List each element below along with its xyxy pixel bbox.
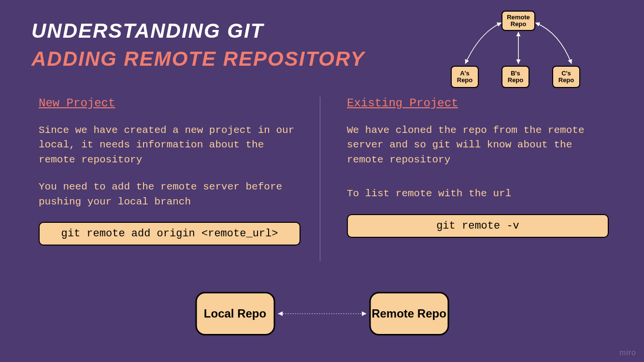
new-project-heading: New Project: [39, 97, 301, 110]
new-project-column: New Project Since we have created a new …: [39, 97, 320, 261]
repo-tree-diagram: Remote Repo A's Repo B's Repo C's Repo: [451, 11, 586, 88]
bidirectional-arrow-icon: [275, 309, 369, 319]
title-block: Understanding Git Adding Remote Reposito…: [31, 19, 365, 71]
miro-watermark: miro: [619, 348, 636, 357]
existing-project-column: Existing Project We have cloned the repo…: [320, 97, 609, 261]
git-remote-list-command: git remote -v: [347, 214, 609, 238]
bottom-repo-pair: Local Repo Remote Repo: [195, 292, 449, 335]
content-columns: New Project Since we have created a new …: [39, 97, 609, 261]
tree-b-repo: B's Repo: [501, 66, 530, 88]
page-subtitle: Adding Remote Repository: [31, 47, 365, 71]
git-remote-add-command: git remote add origin <remote_url>: [39, 222, 301, 246]
existing-project-heading: Existing Project: [347, 97, 609, 110]
tree-c-repo: C's Repo: [552, 66, 580, 88]
local-repo-box: Local Repo: [195, 292, 275, 335]
existing-project-desc-2: To list remote with the url: [347, 187, 609, 201]
page-title: Understanding Git: [31, 19, 365, 43]
tree-a-repo: A's Repo: [451, 66, 479, 88]
existing-project-desc-1: We have cloned the repo from the remote …: [347, 123, 609, 167]
new-project-desc-2: You need to add the remote server before…: [39, 180, 301, 209]
new-project-desc-1: Since we have created a new project in o…: [39, 123, 301, 167]
tree-remote-repo: Remote Repo: [501, 11, 535, 31]
remote-repo-box: Remote Repo: [369, 292, 449, 335]
